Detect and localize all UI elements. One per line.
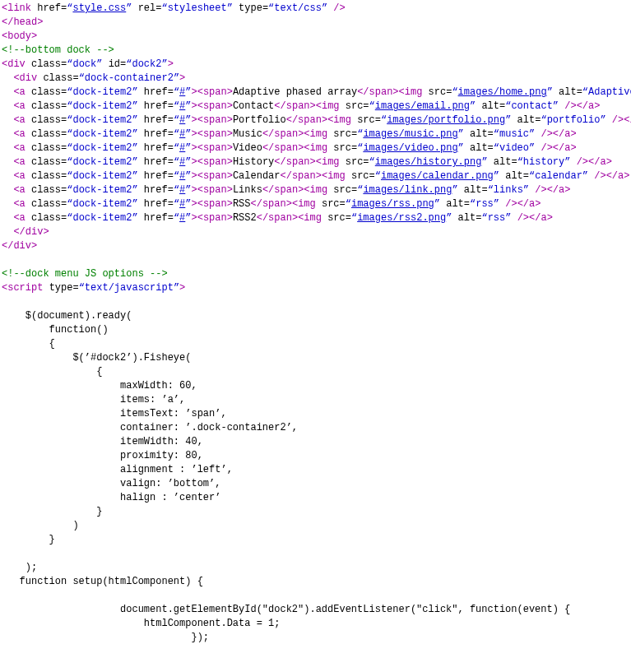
code-line: <a class=“dock-item2” href=“#”><span>Vid…	[2, 142, 577, 154]
code-line: <a class=“dock-item2” href=“#”><span>His…	[2, 156, 612, 168]
code-line: </div>	[2, 240, 37, 252]
code-line: proximity: 80,	[2, 450, 203, 461]
code-line: <a class=“dock-item2” href=“#”><span>Cal…	[2, 170, 629, 182]
code-line: $(’#dock2’).Fisheye(	[2, 352, 191, 364]
code-line: valign: ’bottom’,	[2, 478, 220, 489]
code-line: <div class=“dock” id=“dock2”>	[2, 58, 174, 70]
code-line: halign : ’center’	[2, 492, 220, 503]
code-line: });	[2, 632, 209, 643]
code-listing: <link href=“style.css” rel=“stylesheet” …	[2, 2, 631, 672]
code-line: }	[2, 506, 102, 517]
code-line: items: ’a’,	[2, 394, 185, 406]
code-line: <a class=“dock-item2” href=“#”><span>Ada…	[2, 86, 631, 98]
code-line: <a class=“dock-item2” href=“#”><span>Por…	[2, 114, 631, 126]
code-line: );	[2, 562, 37, 573]
code-line: htmlComponent.Data = 1;	[2, 618, 280, 629]
code-line: <body>	[2, 30, 37, 42]
code-line: $(document).ready(	[2, 310, 132, 322]
code-line: <div class=“dock-container2”>	[2, 72, 185, 84]
code-line: <!--dock menu JS options -->	[2, 268, 168, 280]
code-line: function()	[2, 324, 109, 336]
code-line: {	[2, 338, 55, 350]
code-line: )	[2, 520, 79, 531]
code-line: <link href=“style.css” rel=“stylesheet” …	[2, 2, 346, 14]
code-line: <!--bottom dock -->	[2, 44, 114, 56]
code-line: alignment : ’left’,	[2, 464, 233, 475]
code-line: itemWidth: 40,	[2, 436, 203, 447]
code-line: function setup(htmlComponent) {	[2, 576, 203, 587]
code-line: </head>	[2, 16, 43, 28]
code-line: <a class=“dock-item2” href=“#”><span>Mus…	[2, 128, 577, 140]
code-line: <a class=“dock-item2” href=“#”><span>Con…	[2, 100, 600, 112]
code-line: document.getElementById("dock2").addEven…	[2, 604, 570, 615]
code-line: <script type=“text/javascript”>	[2, 282, 185, 294]
code-line: <a class=“dock-item2” href=“#”><span>Lin…	[2, 184, 570, 196]
code-line: maxWidth: 60,	[2, 380, 197, 392]
code-line: {	[2, 366, 102, 378]
code-line: </div>	[2, 226, 49, 238]
code-line: <a class=“dock-item2” href=“#”><span>RSS…	[2, 212, 553, 224]
code-line: container: ’.dock-container2’,	[2, 422, 298, 433]
code-line: <a class=“dock-item2” href=“#”><span>RSS…	[2, 198, 541, 210]
code-line: }	[2, 534, 55, 545]
code-line: itemsText: ’span’,	[2, 408, 227, 419]
